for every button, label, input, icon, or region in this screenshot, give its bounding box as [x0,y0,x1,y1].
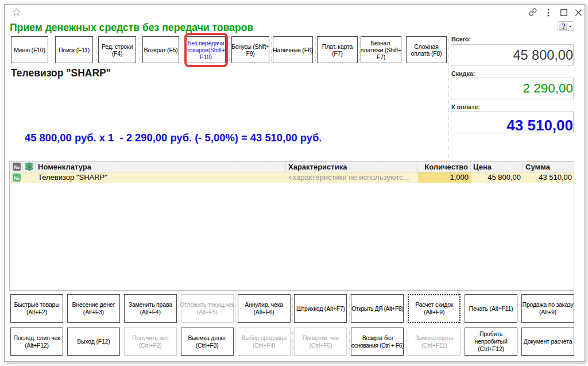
svg-text:№: № [14,164,20,170]
svg-text:№: № [14,175,20,181]
